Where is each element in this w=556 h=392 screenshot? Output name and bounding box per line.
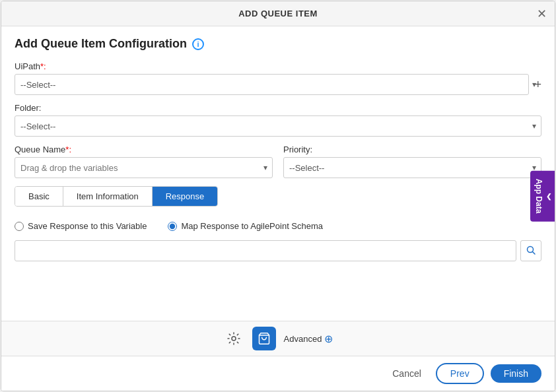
map-response-radio[interactable]	[168, 222, 177, 231]
uipath-label: UiPath*:	[15, 61, 541, 71]
map-response-option[interactable]: Map Response to AgilePoint Schema	[168, 221, 323, 231]
advanced-plus-icon[interactable]: ⊕	[324, 333, 333, 345]
app-data-tab[interactable]: ❮ App Data	[530, 171, 555, 222]
tab-basic[interactable]: Basic	[15, 187, 63, 206]
modal-body: Add Queue Item Configuration i UiPath*: …	[1, 26, 555, 321]
svg-point-2	[232, 337, 236, 341]
save-response-radio[interactable]	[15, 222, 24, 231]
save-response-label: Save Response to this Variable	[28, 221, 147, 231]
uipath-row: UiPath*: --Select-- ▾ +	[15, 61, 541, 95]
schema-input-row	[15, 240, 541, 261]
folder-select[interactable]: --Select--	[15, 115, 541, 137]
queue-name-col: Queue Name*: ▾	[15, 145, 273, 178]
folder-row: Folder: --Select-- ▾	[15, 103, 541, 137]
modal-footer-actions: Cancel Prev Finish	[1, 356, 555, 391]
queue-name-input[interactable]	[15, 157, 273, 178]
uipath-add-button[interactable]: +	[534, 78, 541, 92]
tabs-row: Basic Item Information Response	[15, 186, 218, 207]
gear-icon-button[interactable]	[223, 328, 244, 349]
info-icon[interactable]: i	[192, 38, 204, 50]
priority-select[interactable]: --Select--	[283, 157, 541, 178]
page-heading: Add Queue Item Configuration i	[15, 37, 541, 51]
uipath-select[interactable]: --Select--	[15, 74, 529, 95]
app-data-label: App Data	[534, 179, 543, 214]
modal-dialog: ADD QUEUE ITEM ✕ Add Queue Item Configur…	[1, 1, 555, 391]
modal-title: ADD QUEUE ITEM	[238, 9, 318, 18]
tab-item-information[interactable]: Item Information	[63, 187, 153, 206]
modal-header: ADD QUEUE ITEM ✕	[1, 1, 555, 26]
uipath-select-wrapper: --Select-- ▾ +	[15, 74, 541, 95]
modal-footer-toolbar: Advanced ⊕	[1, 321, 555, 356]
search-icon	[526, 245, 536, 257]
cart-icon-button[interactable]	[252, 327, 276, 350]
finish-button[interactable]: Finish	[491, 364, 541, 383]
queue-name-input-wrapper: ▾	[15, 157, 273, 178]
folder-select-wrapper: --Select-- ▾	[15, 115, 541, 137]
priority-select-wrapper: --Select-- ▾	[283, 157, 541, 178]
queue-name-label: Queue Name*:	[15, 145, 273, 154]
svg-line-1	[533, 251, 536, 254]
schema-input[interactable]	[15, 240, 516, 261]
advanced-label: Advanced ⊕	[284, 333, 333, 345]
folder-label: Folder:	[15, 103, 541, 113]
schema-search-button[interactable]	[520, 240, 541, 261]
radio-row: Save Response to this Variable Map Respo…	[15, 221, 541, 231]
response-section: Save Response to this Variable Map Respo…	[15, 216, 541, 267]
save-response-option[interactable]: Save Response to this Variable	[15, 221, 147, 231]
map-response-label: Map Response to AgilePoint Schema	[181, 221, 323, 231]
close-icon: ✕	[537, 7, 547, 20]
priority-label: Priority:	[283, 145, 541, 154]
prev-button[interactable]: Prev	[436, 363, 484, 384]
chevron-left-icon: ❮	[546, 192, 551, 199]
close-button[interactable]: ✕	[537, 8, 547, 20]
tab-response[interactable]: Response	[153, 187, 218, 206]
priority-col: Priority: --Select-- ▾	[283, 145, 541, 178]
page-heading-title: Add Queue Item Configuration	[15, 37, 187, 51]
modal-overlay: ADD QUEUE ITEM ✕ Add Queue Item Configur…	[0, 0, 556, 392]
queue-priority-row: Queue Name*: ▾ Priority: --Select-- ▾	[15, 145, 541, 178]
cancel-button[interactable]: Cancel	[384, 364, 429, 383]
